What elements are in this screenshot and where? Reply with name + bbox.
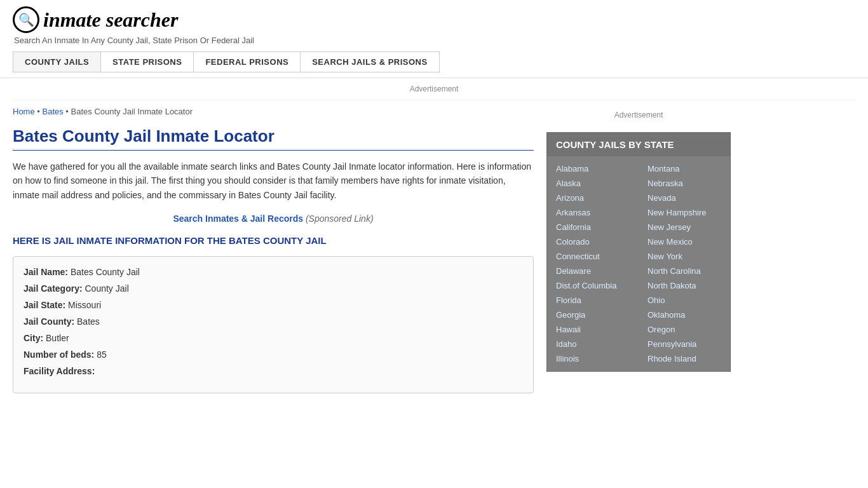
main-nav: COUNTY JAILS STATE PRISONS FEDERAL PRISO… [13, 51, 440, 72]
logo-text: inmate searcher [43, 8, 178, 32]
state-link[interactable]: North Dakota [639, 278, 730, 293]
state-link[interactable]: New Jersey [639, 220, 730, 234]
jail-beds-row: Number of beds: 85 [24, 349, 523, 360]
info-box: Jail Name: Bates County Jail Jail Catego… [13, 256, 534, 393]
state-link[interactable]: Nevada [639, 191, 730, 205]
jail-county-row: Jail County: Bates [24, 316, 523, 327]
state-link[interactable]: Montana [639, 161, 730, 176]
county_label: Jail County: [24, 316, 74, 327]
nav-federal-prisons[interactable]: FEDERAL PRISONS [194, 52, 301, 72]
county_value: Bates [77, 316, 100, 327]
beds_label: Number of beds: [24, 349, 94, 360]
state_label: Jail State: [24, 300, 65, 310]
beds_value: 85 [97, 349, 107, 360]
state-link[interactable]: Oklahoma [639, 308, 730, 322]
tagline: Search An Inmate In Any County Jail, Sta… [14, 36, 855, 45]
state-link[interactable]: Ohio [639, 293, 730, 308]
state-link[interactable]: Illinois [547, 351, 639, 366]
jail-name-row: Jail Name: Bates County Jail [24, 267, 523, 277]
state-link[interactable]: Georgia [547, 308, 639, 322]
nav-county-jails[interactable]: COUNTY JAILS [13, 52, 101, 72]
state-link[interactable]: Dist.of Columbia [547, 278, 639, 293]
sidebar-ad: Advertisement [546, 107, 731, 123]
nav-state-prisons[interactable]: STATE PRISONS [101, 52, 194, 72]
state-link[interactable]: Alaska [547, 176, 639, 191]
state-link[interactable]: Florida [547, 293, 639, 308]
state-link[interactable]: Arizona [547, 191, 639, 205]
state-link[interactable]: New York [639, 249, 730, 264]
logo-icon: 🔍 [13, 6, 39, 33]
jail-city-row: City: Butler [24, 333, 523, 343]
main-layout: Home • Bates • Bates County Jail Inmate … [0, 100, 868, 400]
state-link[interactable]: Delaware [547, 264, 639, 278]
city_value: Butler [46, 333, 69, 343]
nav-search-jails[interactable]: SEARCH JAILS & PRISONS [301, 52, 438, 72]
category_value: County Jail [85, 283, 128, 294]
logo-searcher: searcher [101, 8, 179, 31]
state-link[interactable]: Colorado [547, 234, 639, 249]
ad-banner: Advertisement [13, 78, 855, 100]
search-link-area: Search Inmates & Jail Records (Sponsored… [13, 214, 534, 224]
name_label: Jail Name: [24, 267, 68, 277]
jail-state-row: Jail State: Missouri [24, 300, 523, 310]
logo-area: 🔍 inmate searcher [13, 6, 855, 33]
page-title: Bates County Jail Inmate Locator [13, 126, 534, 151]
state-link[interactable]: Hawaii [547, 322, 639, 337]
state-link[interactable]: Idaho [547, 337, 639, 351]
state-link[interactable]: Alabama [547, 161, 639, 176]
state-link[interactable]: Rhode Island [639, 351, 730, 366]
breadcrumb-parent[interactable]: Bates [42, 107, 63, 116]
breadcrumb-sep2: • [65, 107, 71, 116]
jail-category-row: Jail Category: County Jail [24, 283, 523, 294]
state-link[interactable]: California [547, 220, 639, 234]
logo-inmate: inmate [43, 8, 101, 31]
state-link[interactable]: Connecticut [547, 249, 639, 264]
state_value: Missouri [68, 300, 101, 310]
state-box-header: COUNTY JAILS BY STATE [547, 133, 730, 156]
name_value: Bates County Jail [71, 267, 140, 277]
state-col1: AlabamaAlaskaArizonaArkansasCaliforniaCo… [547, 161, 639, 366]
search-inmates-link[interactable]: Search Inmates & Jail Records [173, 214, 303, 224]
breadcrumb: Home • Bates • Bates County Jail Inmate … [13, 107, 534, 116]
breadcrumb-home[interactable]: Home [13, 107, 35, 116]
city_label: City: [24, 333, 43, 343]
state-link[interactable]: New Mexico [639, 234, 730, 249]
state-link[interactable]: Pennsylvania [639, 337, 730, 351]
state-link[interactable]: Arkansas [547, 205, 639, 220]
state-link[interactable]: New Hampshire [639, 205, 730, 220]
jail-address-row: Facility Address: [24, 366, 523, 376]
sidebar: Advertisement COUNTY JAILS BY STATE Alab… [546, 107, 731, 393]
subheading: HERE IS JAIL INMATE INFORMATION FOR THE … [13, 235, 534, 246]
category_label: Jail Category: [24, 283, 83, 294]
state-link[interactable]: North Carolina [639, 264, 730, 278]
breadcrumb-current: Bates County Jail Inmate Locator [71, 107, 193, 116]
state-col2: MontanaNebraskaNevadaNew HampshireNew Je… [639, 161, 730, 366]
sponsored-label: (Sponsored Link) [306, 214, 374, 224]
state-link[interactable]: Oregon [639, 322, 730, 337]
site-header: 🔍 inmate searcher Search An Inmate In An… [0, 0, 868, 78]
jail-address-label: Facility Address: [24, 366, 95, 376]
content-area: Home • Bates • Bates County Jail Inmate … [13, 107, 534, 393]
description: We have gathered for you all the availab… [13, 159, 534, 202]
state-columns: AlabamaAlaskaArizonaArkansasCaliforniaCo… [547, 156, 730, 371]
state-link[interactable]: Nebraska [639, 176, 730, 191]
state-box: COUNTY JAILS BY STATE AlabamaAlaskaArizo… [546, 132, 731, 372]
